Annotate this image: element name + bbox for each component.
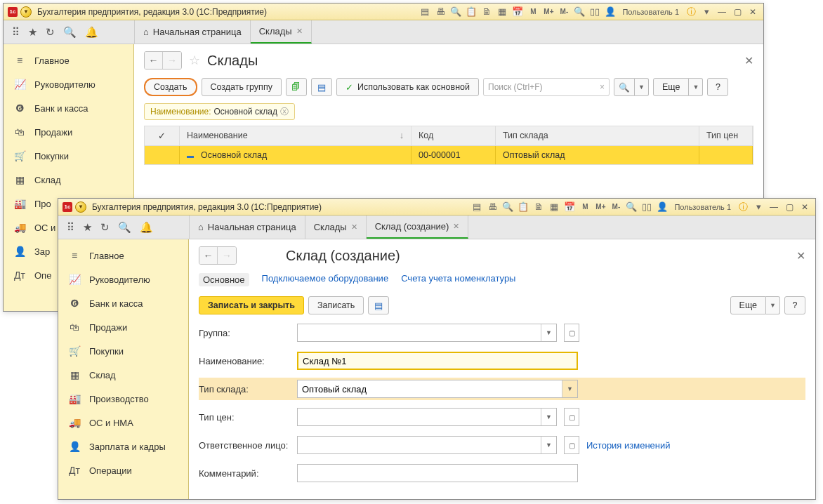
m-plus-icon[interactable]: M+ <box>594 201 607 213</box>
pricetype-combo[interactable]: ▼ <box>297 408 557 426</box>
back-button[interactable]: ← <box>199 247 218 264</box>
forward-button[interactable]: → <box>163 52 181 69</box>
m-icon[interactable]: M <box>579 201 591 213</box>
list-button[interactable]: ▤ <box>311 78 332 96</box>
chevron-down-icon[interactable]: ▼ <box>562 380 577 397</box>
table-row[interactable]: ▬Основной склад 00-000001 Оптовый склад <box>145 146 753 164</box>
user-label[interactable]: Пользователь 1 <box>671 203 734 211</box>
type-combo[interactable]: ▼ <box>297 380 578 398</box>
sidebar-item[interactable]: ДтОперации <box>58 458 188 482</box>
favorite-icon[interactable]: ★ <box>83 221 92 234</box>
info-icon[interactable]: ⓘ <box>737 201 749 213</box>
comment-input[interactable] <box>297 464 578 482</box>
more-button[interactable]: Еще <box>730 296 766 314</box>
tab-sklad-create[interactable]: Склад (создание) ✕ <box>367 215 469 239</box>
page-close-icon[interactable]: ✕ <box>796 249 805 263</box>
subtab-equip[interactable]: Подключаемое оборудование <box>262 273 389 286</box>
maximize-button[interactable]: ▢ <box>731 6 744 18</box>
calendar-icon[interactable]: 📅 <box>511 6 524 18</box>
m-minus-icon[interactable]: M- <box>558 6 570 18</box>
close-icon[interactable]: ✕ <box>351 223 357 232</box>
sidebar-item[interactable]: 🏭Производство <box>58 387 188 411</box>
sidebar-item[interactable]: 👤Зарплата и кадры <box>58 435 188 458</box>
sidebar-item[interactable]: ❻Банк и касса <box>4 96 133 120</box>
sidebar-item[interactable]: ≡Главное <box>4 48 133 72</box>
dropdown-icon[interactable]: ▾ <box>700 6 713 18</box>
tab-home[interactable]: ⌂ Начальная страница <box>134 20 251 44</box>
panels-icon[interactable]: ▯▯ <box>640 201 653 213</box>
minimize-button[interactable]: — <box>716 6 728 18</box>
clear-icon[interactable]: × <box>600 82 605 92</box>
create-group-button[interactable]: Создать группу <box>202 78 282 96</box>
page-close-icon[interactable]: ✕ <box>744 54 753 67</box>
open-ref-button[interactable]: ▢ <box>564 324 579 342</box>
sidebar-item[interactable]: ▦Склад <box>4 168 133 192</box>
doc-icon[interactable]: 🗎 <box>532 201 545 213</box>
chevron-down-icon[interactable]: ▼ <box>541 437 556 453</box>
chevron-down-icon[interactable]: ▼ <box>541 324 556 341</box>
list-button[interactable]: ▤ <box>368 296 389 314</box>
chevron-down-icon[interactable]: ▼ <box>541 409 556 425</box>
grid-icon[interactable]: ▤ <box>470 201 483 213</box>
m-minus-icon[interactable]: M- <box>610 201 622 213</box>
panels-icon[interactable]: ▯▯ <box>588 6 601 18</box>
apps-icon[interactable]: ⠿ <box>12 26 20 39</box>
forward-button[interactable]: → <box>218 247 236 264</box>
search-nav-icon[interactable]: 🔍 <box>118 221 131 234</box>
grid-icon[interactable]: ▤ <box>419 6 431 18</box>
more-dd[interactable]: ▼ <box>689 78 703 96</box>
th-price[interactable]: Тип цен <box>699 126 753 145</box>
bell-icon[interactable]: 🔔 <box>140 221 153 234</box>
save-close-button[interactable]: Записать и закрыть <box>199 296 304 314</box>
history-icon[interactable]: ↻ <box>46 26 55 39</box>
sidebar-item[interactable]: ≡Главное <box>58 244 188 267</box>
sidebar-item[interactable]: ▦Склад <box>58 363 188 387</box>
m-plus-icon[interactable]: M+ <box>542 6 555 18</box>
calendar-icon[interactable]: 📅 <box>563 201 576 213</box>
m-icon[interactable]: M <box>527 6 539 18</box>
clipboard-icon[interactable]: 📋 <box>517 201 529 213</box>
back-button[interactable]: ← <box>145 52 163 69</box>
doc-icon[interactable]: 🗎 <box>480 6 493 18</box>
sidebar-item[interactable]: 📈Руководителю <box>58 267 188 291</box>
subtab-acct[interactable]: Счета учета номенклатуры <box>401 273 515 286</box>
sidebar-item[interactable]: 🛍Продажи <box>58 315 188 339</box>
open-ref-button[interactable]: ▢ <box>564 436 579 454</box>
star-icon[interactable]: ☆ <box>189 53 200 68</box>
responsible-combo[interactable]: ▼ <box>297 436 557 454</box>
help-button[interactable]: ? <box>784 296 805 314</box>
close-icon[interactable]: ✕ <box>453 222 459 231</box>
app-menu-dropdown[interactable]: ▼ <box>20 6 32 18</box>
info-icon[interactable]: ⓘ <box>685 6 697 18</box>
copy-button[interactable]: 🗐 <box>286 78 307 96</box>
maximize-button[interactable]: ▢ <box>783 201 796 213</box>
apps-icon[interactable]: ⠿ <box>67 221 74 234</box>
group-input[interactable] <box>298 324 541 341</box>
group-combo[interactable]: ▼ <box>297 324 557 342</box>
responsible-input[interactable] <box>298 437 541 453</box>
sidebar-item[interactable]: ❻Банк и касса <box>58 291 188 315</box>
more-button[interactable]: Еще <box>653 78 689 96</box>
search-icon[interactable]: 🔍 <box>501 201 514 213</box>
sidebar-item[interactable]: 🛒Покупки <box>58 339 188 363</box>
favorite-icon[interactable]: ★ <box>28 26 37 39</box>
help-button[interactable]: ? <box>707 78 728 96</box>
tab-sklady[interactable]: Склады ✕ <box>305 215 367 239</box>
open-ref-button[interactable]: ▢ <box>564 408 579 426</box>
more-dd[interactable]: ▼ <box>766 296 780 314</box>
name-input[interactable] <box>297 352 578 370</box>
pricetype-input[interactable] <box>298 409 541 425</box>
app-menu-dropdown[interactable]: ▼ <box>75 201 86 213</box>
th-type[interactable]: Тип склада <box>496 126 699 145</box>
save-button[interactable]: Записать <box>308 296 364 314</box>
zoom-icon[interactable]: 🔍 <box>625 201 638 213</box>
print-icon[interactable]: 🖶 <box>486 201 499 213</box>
user-label[interactable]: Пользователь 1 <box>619 8 682 16</box>
dropdown-icon[interactable]: ▾ <box>752 201 765 213</box>
clipboard-icon[interactable]: 📋 <box>465 6 478 18</box>
tab-home[interactable]: ⌂ Начальная страница <box>189 215 305 239</box>
th-code[interactable]: Код <box>412 126 496 145</box>
sidebar-item[interactable]: 🚚ОС и НМА <box>58 411 188 435</box>
zoom-icon[interactable]: 🔍 <box>573 6 586 18</box>
th-check[interactable]: ✓ <box>145 126 180 145</box>
